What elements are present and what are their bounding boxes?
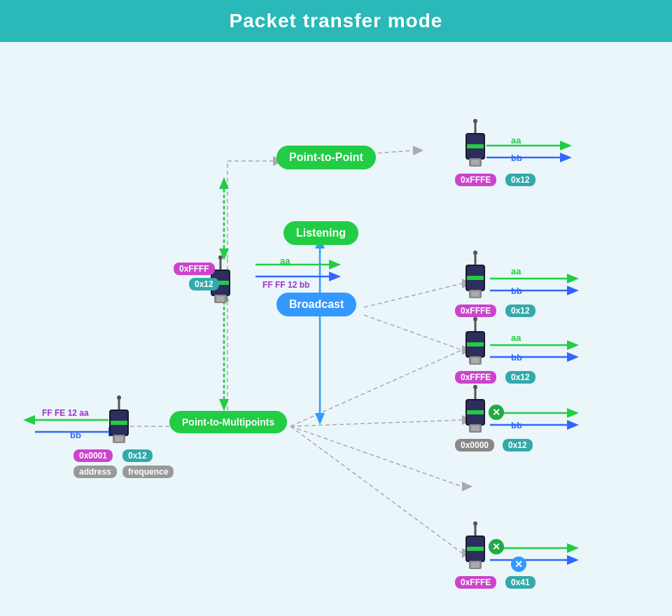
arrow-label-bb-mid2: bb xyxy=(511,352,522,363)
svg-marker-32 xyxy=(329,272,341,281)
svg-marker-30 xyxy=(329,260,341,270)
svg-rect-77 xyxy=(471,291,479,297)
svg-marker-36 xyxy=(560,153,572,162)
svg-point-100 xyxy=(117,396,121,400)
badge-ox0001: 0x0001 xyxy=(74,449,113,462)
dongle-multi-right-3 xyxy=(460,522,491,564)
badge-ox12-4: 0x12 xyxy=(503,439,533,451)
svg-marker-50 xyxy=(567,543,579,553)
svg-rect-75 xyxy=(467,276,484,280)
arrow-label-aa2: aa xyxy=(280,255,290,266)
svg-rect-63 xyxy=(216,296,225,302)
badge-oxfffe-2: 0xFFFE xyxy=(455,304,496,317)
svg-marker-42 xyxy=(567,340,579,350)
badge-oxfffe-5: 0xFFFE xyxy=(455,576,496,589)
node-point-to-point: Point-to-Point xyxy=(276,146,376,169)
svg-line-9 xyxy=(364,315,462,350)
x-icon-3: ✕ xyxy=(511,556,526,572)
svg-rect-103 xyxy=(111,421,127,425)
svg-rect-91 xyxy=(471,426,479,431)
badge-ox0000: 0x0000 xyxy=(455,439,494,451)
svg-marker-22 xyxy=(315,413,325,425)
svg-marker-38 xyxy=(567,274,579,284)
svg-point-79 xyxy=(473,317,477,321)
svg-marker-44 xyxy=(567,352,579,362)
node-point-to-multipoints: Point-to-Multipoints xyxy=(169,411,287,433)
svg-marker-54 xyxy=(23,415,35,425)
arrow-label-ff-ff: FF FF 12 bb xyxy=(262,280,309,290)
arrow-label-bb-bot1: bb xyxy=(511,420,522,430)
svg-point-58 xyxy=(218,255,223,260)
svg-line-16 xyxy=(290,426,462,553)
svg-marker-40 xyxy=(567,286,579,295)
svg-marker-48 xyxy=(567,420,579,430)
svg-line-7 xyxy=(364,284,462,307)
badge-ox12-1: 0x12 xyxy=(505,174,536,186)
arrow-label-aa-mid2: aa xyxy=(511,332,521,343)
x-icon-2: ✕ xyxy=(489,539,504,554)
svg-rect-98 xyxy=(471,562,479,568)
badge-address: address xyxy=(74,465,117,478)
diagram-area: Point-to-Point Listening Broadcast Point… xyxy=(0,42,672,616)
arrow-label-aa-top: aa xyxy=(511,135,521,146)
dongle-left xyxy=(104,396,134,438)
svg-point-65 xyxy=(473,119,477,123)
badge-ox41: 0x41 xyxy=(505,576,536,589)
dongle-multi-right-2 xyxy=(460,385,491,427)
svg-marker-15 xyxy=(462,482,472,491)
badge-oxfffe-3: 0xFFFE xyxy=(455,371,496,384)
svg-rect-96 xyxy=(467,547,484,551)
svg-point-72 xyxy=(473,251,477,255)
svg-point-86 xyxy=(473,385,477,389)
arrow-label-bb-left: bb xyxy=(70,430,81,440)
page-title: Packet transfer mode xyxy=(230,10,443,32)
svg-rect-68 xyxy=(467,144,484,148)
dongle-broadcast-right-1 xyxy=(460,251,491,293)
badge-frequence: frequence xyxy=(122,465,174,478)
page-container: Packet transfer mode xyxy=(0,0,672,616)
badge-oxfffe-1: 0xFFFE xyxy=(455,174,496,186)
header: Packet transfer mode xyxy=(0,0,672,42)
svg-marker-46 xyxy=(567,408,579,418)
svg-marker-34 xyxy=(560,141,572,150)
arrow-label-bb-top: bb xyxy=(511,153,522,163)
badge-ox12-2: 0x12 xyxy=(505,304,536,317)
svg-point-93 xyxy=(473,522,477,526)
badge-oxffff: 0xFFFF xyxy=(174,262,215,275)
node-listening: Listening xyxy=(284,221,358,245)
arrow-label-bb-mid1: bb xyxy=(511,286,522,296)
svg-marker-6 xyxy=(413,146,424,155)
svg-line-12 xyxy=(290,420,462,426)
svg-rect-70 xyxy=(471,160,479,165)
svg-rect-105 xyxy=(115,436,123,442)
dongle-center xyxy=(205,255,236,298)
dongle-top-right xyxy=(460,119,491,161)
node-broadcast: Broadcast xyxy=(276,293,356,316)
svg-rect-84 xyxy=(471,358,479,363)
badge-ox12-center: 0x12 xyxy=(189,278,219,290)
svg-line-14 xyxy=(290,426,462,486)
svg-rect-89 xyxy=(467,410,484,414)
badge-ox12-3: 0x12 xyxy=(505,371,536,384)
arrow-label-ff-fe: FF FE 12 aa xyxy=(42,408,89,418)
svg-marker-52 xyxy=(567,555,579,565)
x-icon-1: ✕ xyxy=(489,405,504,420)
diagram-svg xyxy=(0,42,672,616)
arrow-label-aa-mid1: aa xyxy=(511,266,521,276)
svg-rect-82 xyxy=(467,342,484,346)
dongle-multi-right-1 xyxy=(460,317,491,359)
badge-ox12-left: 0x12 xyxy=(122,449,153,462)
